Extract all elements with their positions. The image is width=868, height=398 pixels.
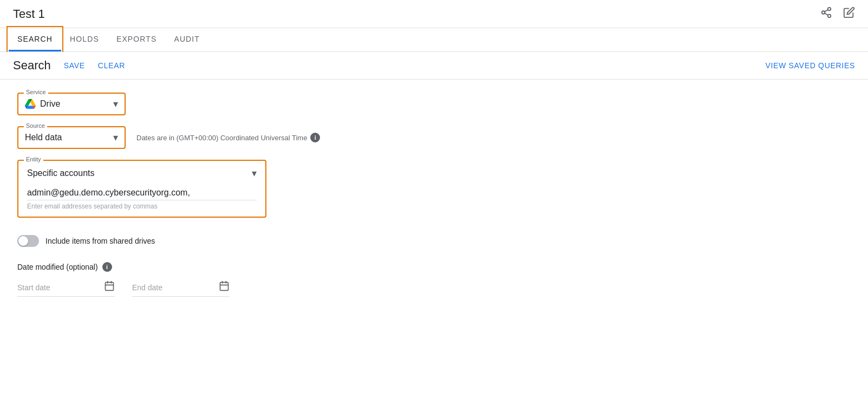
date-info: Dates are in (GMT+00:00) Coordinated Uni… [136, 133, 320, 142]
service-section: Service Drive ▾ [17, 93, 851, 115]
svg-rect-9 [220, 282, 229, 290]
date-info-text: Dates are in (GMT+00:00) Coordinated Uni… [136, 134, 307, 142]
svg-line-3 [825, 13, 828, 15]
header-actions [820, 6, 855, 21]
svg-line-4 [825, 10, 828, 12]
toggle-knob [18, 236, 28, 246]
edit-icon[interactable] [843, 6, 855, 21]
shared-drives-label: Include items from shared drives [45, 237, 155, 245]
entity-dropdown-arrow: ▾ [252, 167, 257, 179]
entity-label: Entity [24, 156, 43, 162]
entity-section: Entity Specific accounts ▾ admin@gedu.de… [17, 160, 851, 218]
service-dropdown[interactable]: Service Drive ▾ [17, 93, 126, 115]
date-modified-label: Date modified (optional) i [17, 262, 851, 272]
email-value[interactable]: admin@gedu.demo.cybersecurityorg.com, [27, 188, 257, 198]
svg-rect-5 [106, 282, 114, 290]
service-value: Drive [40, 99, 109, 109]
tab-holds[interactable]: HOLDS [61, 28, 108, 51]
source-label: Source [24, 122, 47, 129]
end-date-calendar-icon[interactable] [219, 280, 230, 294]
save-button[interactable]: SAVE [64, 59, 85, 72]
start-date-calendar-icon[interactable] [104, 280, 115, 294]
source-dropdown-arrow: ▾ [113, 132, 118, 143]
shared-drives-toggle[interactable] [17, 235, 39, 247]
service-label: Service [24, 89, 48, 95]
start-date-label: Start date [17, 283, 100, 292]
entity-select-row[interactable]: Specific accounts ▾ [27, 167, 257, 179]
service-dropdown-arrow: ▾ [113, 98, 118, 110]
drive-icon [25, 99, 36, 109]
date-inputs-row: Start date End date [17, 280, 851, 297]
entity-box: Entity Specific accounts ▾ admin@gedu.de… [17, 160, 266, 218]
share-icon[interactable] [820, 6, 832, 21]
date-modified-info-icon[interactable]: i [102, 262, 112, 272]
main-content: Service Drive ▾ Source Held data ▾ [0, 80, 868, 398]
toolbar-title: Search [13, 58, 51, 73]
date-modified-text: Date modified (optional) [17, 263, 98, 271]
source-value: Held data [25, 133, 109, 142]
tab-search[interactable]: SEARCH [9, 28, 61, 51]
source-dropdown[interactable]: Source Held data ▾ [17, 126, 126, 149]
email-input-row: admin@gedu.demo.cybersecurityorg.com, [27, 188, 257, 200]
end-date-label: End date [132, 283, 214, 292]
start-date-group: Start date [17, 280, 115, 297]
source-row: Source Held data ▾ Dates are in (GMT+00:… [17, 126, 851, 149]
tab-exports[interactable]: EXPORTS [108, 28, 166, 51]
toolbar: Search SAVE CLEAR VIEW SAVED QUERIES [0, 52, 868, 80]
tabs-bar: SEARCH HOLDS EXPORTS AUDIT [0, 28, 868, 52]
view-saved-queries-button[interactable]: VIEW SAVED QUERIES [765, 59, 855, 72]
tab-audit[interactable]: AUDIT [165, 28, 208, 51]
header: Test 1 [0, 0, 868, 28]
end-date-group: End date [132, 280, 230, 297]
clear-button[interactable]: CLEAR [98, 59, 125, 72]
page-title: Test 1 [13, 7, 45, 21]
email-placeholder: Enter email addresses separated by comma… [27, 203, 257, 210]
app-container: Test 1 SEARCH HOLDS EXPORTS AUDIT Search [0, 0, 868, 398]
date-info-icon[interactable]: i [310, 133, 320, 142]
entity-select-value: Specific accounts [27, 168, 95, 178]
date-section: Date modified (optional) i Start date [17, 262, 851, 297]
shared-drives-row: Include items from shared drives [17, 235, 851, 247]
